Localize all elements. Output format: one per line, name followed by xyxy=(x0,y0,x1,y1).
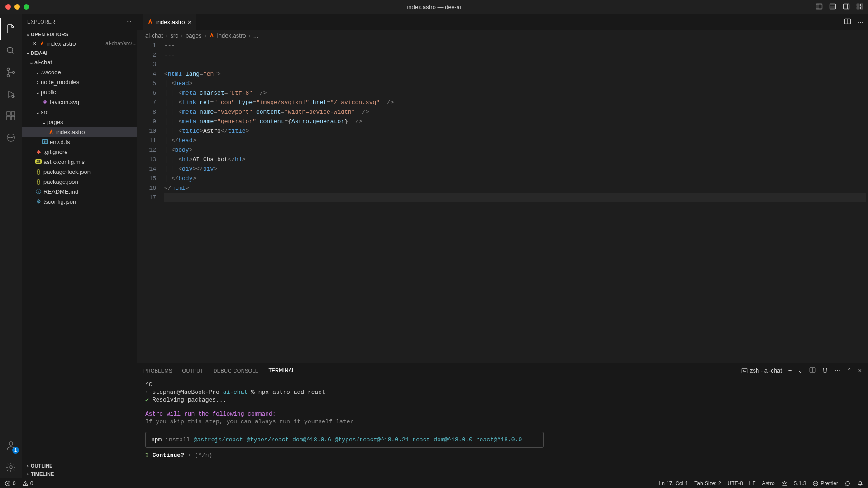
sidebar-ellipsis-icon[interactable]: ⋯ xyxy=(126,19,131,25)
svg-rect-6 xyxy=(857,4,859,6)
settings-gear-icon[interactable] xyxy=(0,456,22,478)
workspace-label: DEV-AI xyxy=(31,50,48,56)
svg-rect-0 xyxy=(816,4,822,9)
maximize-window-button[interactable] xyxy=(24,4,29,10)
folder-pages[interactable]: ⌄ pages xyxy=(22,117,137,127)
file-favicon[interactable]: ◈ favicon.svg xyxy=(22,97,137,107)
open-editor-desc: ai-chat/src/... xyxy=(105,40,137,47)
breadcrumb[interactable]: ai-chat› src› pages› index.astro› ... xyxy=(137,30,868,41)
folder-public[interactable]: ⌄ public xyxy=(22,87,137,97)
accounts-icon[interactable]: 1 xyxy=(0,435,22,456)
file-gitignore[interactable]: ◆ .gitignore xyxy=(22,147,137,157)
terminal-line: ○ stephan@MacBook-Pro ai-chat % npx astr… xyxy=(145,388,860,396)
svg-point-35 xyxy=(783,483,784,484)
folder-vscode[interactable]: › .vscode xyxy=(22,67,137,77)
terminal-dropdown-icon[interactable]: ⌄ xyxy=(798,367,803,374)
file-astro-config[interactable]: JS astro.config.mjs xyxy=(22,157,137,167)
extensions-tab-icon[interactable] xyxy=(0,105,22,127)
new-terminal-icon[interactable]: + xyxy=(788,367,792,374)
svg-rect-17 xyxy=(7,112,10,115)
folder-node-modules[interactable]: › node_modules xyxy=(22,77,137,87)
outline-section[interactable]: › OUTLINE xyxy=(22,462,137,470)
status-copilot-icon[interactable] xyxy=(781,480,788,487)
maximize-panel-icon[interactable]: ⌃ xyxy=(847,367,852,374)
status-prettier[interactable]: Prettier xyxy=(812,480,838,487)
terminal-selector[interactable]: zsh - ai-chat xyxy=(741,367,782,374)
toggle-panel-left-icon[interactable] xyxy=(816,3,823,11)
accounts-badge: 1 xyxy=(12,447,19,454)
tab-debug-console[interactable]: DEBUG CONSOLE xyxy=(214,364,259,377)
status-errors[interactable]: 0 xyxy=(5,480,16,487)
toggle-panel-right-icon[interactable] xyxy=(843,3,850,11)
tab-output[interactable]: OUTPUT xyxy=(182,364,204,377)
folder-src[interactable]: ⌄ src xyxy=(22,107,137,117)
status-tabsize[interactable]: Tab Size: 2 xyxy=(694,480,721,487)
terminal-command-box: npm install @astrojs/react @types/react-… xyxy=(145,432,544,448)
tab-label: index.astro xyxy=(156,19,185,25)
close-editor-icon[interactable]: × xyxy=(31,40,38,47)
status-encoding[interactable]: UTF-8 xyxy=(728,480,743,487)
file-package-lock[interactable]: {} package-lock.json xyxy=(22,167,137,177)
breadcrumb-part[interactable]: src xyxy=(170,32,178,39)
astro-file-icon xyxy=(47,129,55,134)
file-env-dts[interactable]: TS env.d.ts xyxy=(22,137,137,147)
folder-ai-chat[interactable]: ⌄ ai-chat xyxy=(22,57,137,67)
workspace-section[interactable]: ⌄ DEV-AI xyxy=(22,48,137,57)
kill-terminal-icon[interactable] xyxy=(822,367,828,374)
run-debug-tab-icon[interactable] xyxy=(0,83,22,105)
tab-terminal[interactable]: TERMINAL xyxy=(268,364,295,377)
json-file-icon: {} xyxy=(34,178,43,185)
editor-area: index.astro × ⋯ ai-chat› src› pages› ind… xyxy=(137,14,868,478)
status-version[interactable]: 5.1.3 xyxy=(794,480,806,487)
breadcrumb-part[interactable]: ... xyxy=(253,32,258,39)
terminal-body[interactable]: ^C ○ stephan@MacBook-Pro ai-chat % npx a… xyxy=(137,378,868,478)
tab-index-astro[interactable]: index.astro × xyxy=(143,14,196,30)
explorer-tab-icon[interactable] xyxy=(0,18,22,40)
chevron-right-icon: › xyxy=(34,69,41,76)
file-package-json[interactable]: {} package.json xyxy=(22,177,137,187)
source-control-tab-icon[interactable] xyxy=(0,62,22,83)
close-panel-icon[interactable]: × xyxy=(858,367,862,374)
panel-more-icon[interactable]: ⋯ xyxy=(835,367,840,374)
customize-layout-icon[interactable] xyxy=(856,3,863,11)
status-warnings[interactable]: 0 xyxy=(22,480,33,487)
open-editors-section[interactable]: ⌄ OPEN EDITORS xyxy=(22,30,137,38)
breadcrumb-part[interactable]: ai-chat xyxy=(145,32,163,39)
svg-point-33 xyxy=(25,484,25,485)
svg-point-13 xyxy=(7,75,10,77)
editor-actions: ⋯ xyxy=(839,14,868,30)
terminal-line: ^C xyxy=(145,381,860,388)
close-tab-icon[interactable]: × xyxy=(188,18,192,26)
timeline-section[interactable]: › TIMELINE xyxy=(22,470,137,478)
status-cursor[interactable]: Ln 17, Col 1 xyxy=(658,480,688,487)
minimize-window-button[interactable] xyxy=(14,4,20,10)
tab-bar: index.astro × ⋯ xyxy=(137,14,868,30)
toggle-panel-bottom-icon[interactable] xyxy=(829,3,836,11)
window-title: index.astro — dev-ai xyxy=(407,4,461,10)
status-feedback-icon[interactable] xyxy=(844,480,851,487)
svg-rect-9 xyxy=(861,7,863,9)
status-eol[interactable]: LF xyxy=(749,480,756,487)
edge-tools-icon[interactable] xyxy=(0,127,22,148)
code-content[interactable]: ------ <html lang="en">│ <head>│ │ <meta… xyxy=(164,41,868,363)
file-tsconfig[interactable]: ⚙ tsconfig.json xyxy=(22,196,137,206)
open-editor-item[interactable]: × index.astro ai-chat/src/... xyxy=(22,38,137,48)
status-bell-icon[interactable] xyxy=(857,480,863,487)
close-window-button[interactable] xyxy=(5,4,11,10)
breadcrumb-part[interactable]: pages xyxy=(186,32,201,39)
svg-point-23 xyxy=(10,466,12,469)
explorer-sidebar: EXPLORER ⋯ ⌄ OPEN EDITORS × index.astro … xyxy=(22,14,137,478)
split-editor-icon[interactable] xyxy=(844,18,851,26)
tab-problems[interactable]: PROBLEMS xyxy=(143,364,172,377)
file-index-astro[interactable]: index.astro xyxy=(22,127,137,137)
search-tab-icon[interactable] xyxy=(0,40,22,62)
ts-file-icon: TS xyxy=(41,139,49,144)
json-file-icon: {} xyxy=(34,168,43,175)
split-terminal-icon[interactable] xyxy=(809,367,816,374)
title-bar-actions xyxy=(816,3,863,11)
breadcrumb-part[interactable]: index.astro xyxy=(217,32,246,39)
status-language[interactable]: Astro xyxy=(762,480,775,487)
file-readme[interactable]: ⓘ README.md xyxy=(22,187,137,196)
code-editor[interactable]: 1234567891011121314151617 ------ <html l… xyxy=(137,41,868,363)
more-actions-icon[interactable]: ⋯ xyxy=(858,19,863,25)
